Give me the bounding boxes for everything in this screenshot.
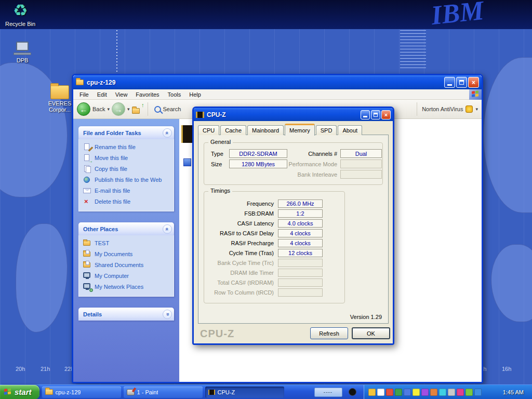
tray-icon[interactable]: [368, 389, 376, 396]
task-copy-file[interactable]: Copy this file: [83, 165, 171, 173]
shared-documents-icon: [83, 261, 92, 269]
details-header[interactable]: Details «: [78, 308, 174, 321]
up-arrow-icon: ↑: [141, 102, 144, 108]
taskbar: start cpu-z-129 1 - Paint CPU-Z ----: [0, 384, 532, 399]
file-tasks-header[interactable]: File and Folder Tasks «: [78, 126, 174, 139]
total-cas-field: [278, 278, 323, 287]
menu-tools[interactable]: Tools: [164, 90, 185, 99]
tab-about[interactable]: About: [338, 125, 362, 135]
chevron-down-icon[interactable]: «: [163, 310, 172, 319]
task-delete-file[interactable]: × Delete this file: [83, 198, 171, 206]
chevron-up-icon[interactable]: «: [163, 224, 172, 234]
bank-cycle-time-field: [278, 259, 323, 267]
row-to-column-field: [278, 288, 323, 297]
tray-icon[interactable]: [439, 389, 446, 396]
tray-icon[interactable]: [413, 389, 420, 396]
place-my-network-places[interactable]: My Network Places: [83, 283, 171, 291]
chevron-up-icon[interactable]: «: [163, 128, 172, 138]
channels-label: Channels #: [291, 151, 337, 157]
my-computer-icon: [83, 272, 92, 280]
menu-file[interactable]: File: [75, 90, 93, 99]
search-label: Search: [163, 106, 181, 112]
other-places-header[interactable]: Other Places «: [78, 222, 174, 235]
forward-dropdown-icon[interactable]: ▾: [127, 107, 130, 112]
minimize-button[interactable]: [444, 77, 455, 88]
tray-icon[interactable]: [457, 389, 464, 396]
tab-memory[interactable]: Memory: [285, 124, 315, 136]
desktop-icon-recycle-bin[interactable]: ♻ Recycle Bin: [0, 1, 41, 27]
place-shared-documents[interactable]: Shared Documents: [83, 261, 171, 269]
close-button[interactable]: ×: [381, 110, 391, 119]
cpuz-watermark: CPU-Z: [200, 328, 234, 340]
task-rename-file[interactable]: Rename this file: [83, 143, 171, 151]
task-publish-file[interactable]: Publish this file to the Web: [83, 176, 171, 184]
taskbar-task-cpu-z-129[interactable]: cpu-z-129: [42, 387, 121, 398]
taskbar-toolbar-overflow[interactable]: ----: [314, 388, 342, 397]
timezone-label: 21h: [41, 366, 50, 372]
tray-icon[interactable]: [404, 389, 411, 396]
tab-cpu[interactable]: CPU: [198, 125, 219, 135]
tray-icon[interactable]: [430, 389, 437, 396]
place-my-computer[interactable]: My Computer: [83, 272, 171, 280]
refresh-button[interactable]: Refresh: [310, 327, 348, 339]
cas-latency-field: 4.0 clocks: [278, 219, 323, 228]
panel-body: Rename this file → Move this file Copy t…: [78, 139, 174, 211]
folder-icon: [50, 85, 69, 99]
taskbar-task-cpuz[interactable]: CPU-Z: [205, 387, 284, 398]
up-button[interactable]: ↑: [132, 105, 143, 114]
norton-dropdown-icon[interactable]: ▾: [475, 107, 478, 112]
place-test[interactable]: TEST: [83, 240, 171, 247]
system-tray: 1:45 AM: [364, 385, 532, 399]
explorer-titlebar[interactable]: cpu-z-129 ×: [73, 75, 482, 89]
task-pane: File and Folder Tasks « Rename this file…: [73, 119, 179, 382]
cycle-time-field: 12 clocks: [278, 249, 323, 257]
tray-icon[interactable]: [377, 389, 384, 396]
tray-icon[interactable]: [395, 389, 402, 396]
place-my-documents[interactable]: My Documents: [83, 250, 171, 258]
tray-icon[interactable]: [386, 389, 393, 396]
search-icon[interactable]: [154, 106, 161, 113]
cpuz-client-area: CPU Cache Mainboard Memory SPD About Gen…: [194, 121, 393, 343]
tab-cache[interactable]: Cache: [220, 125, 246, 135]
ras-to-cas-field: 4 clocks: [278, 229, 323, 237]
tray-icon[interactable]: [448, 389, 455, 396]
minimize-button[interactable]: [361, 110, 370, 119]
tray-icon[interactable]: [466, 389, 473, 396]
my-documents-icon: [83, 250, 92, 258]
taskbar-task-paint[interactable]: 1 - Paint: [124, 387, 203, 398]
menu-view[interactable]: View: [111, 90, 132, 99]
delete-icon: ×: [83, 198, 92, 206]
file-icon: [183, 158, 191, 166]
ok-button[interactable]: OK: [352, 327, 390, 339]
menu-edit[interactable]: Edit: [93, 90, 111, 99]
task-email-file[interactable]: E-mail this file: [83, 187, 171, 195]
timing-row-ras-to-cas: RAS# to CAS# Delay 4 clocks: [204, 228, 344, 238]
menu-help[interactable]: Help: [185, 90, 205, 99]
start-button[interactable]: start: [0, 385, 39, 399]
back-dropdown-icon[interactable]: ▾: [107, 107, 110, 112]
groupbox-title: Timings: [208, 188, 232, 194]
close-button[interactable]: ×: [468, 77, 479, 88]
tab-mainboard[interactable]: Mainboard: [247, 125, 284, 135]
tray-icon[interactable]: [421, 389, 429, 396]
tray-app-icon[interactable]: [349, 388, 356, 396]
explorer-window-title: cpu-z-129: [87, 79, 115, 86]
timing-row-row-to-column: Row To Column (tRCD): [204, 287, 344, 297]
performance-mode-label: Performance Mode: [282, 161, 337, 167]
size-label: Size: [211, 161, 222, 167]
panel-title: Details: [83, 311, 102, 317]
tab-spd[interactable]: SPD: [316, 125, 337, 135]
network-places-icon: [83, 283, 92, 291]
norton-antivirus-control[interactable]: Norton AntiVirus ▾: [415, 102, 478, 116]
cpuz-titlebar[interactable]: CPU-Z ×: [194, 108, 393, 121]
tray-icon[interactable]: [474, 389, 482, 396]
task-move-file[interactable]: → Move this file: [83, 154, 171, 162]
forward-button[interactable]: →: [112, 102, 125, 116]
timing-row-ras-precharge: RAS# Precharge 4 clocks: [204, 238, 344, 248]
toolbar-separator: [148, 102, 148, 116]
maximize-button[interactable]: [371, 110, 380, 119]
maximize-button[interactable]: [456, 77, 467, 88]
desktop-icon-dpb[interactable]: DPB: [2, 42, 43, 63]
menu-favorites[interactable]: Favorites: [131, 90, 163, 99]
back-button[interactable]: ←: [77, 102, 90, 116]
